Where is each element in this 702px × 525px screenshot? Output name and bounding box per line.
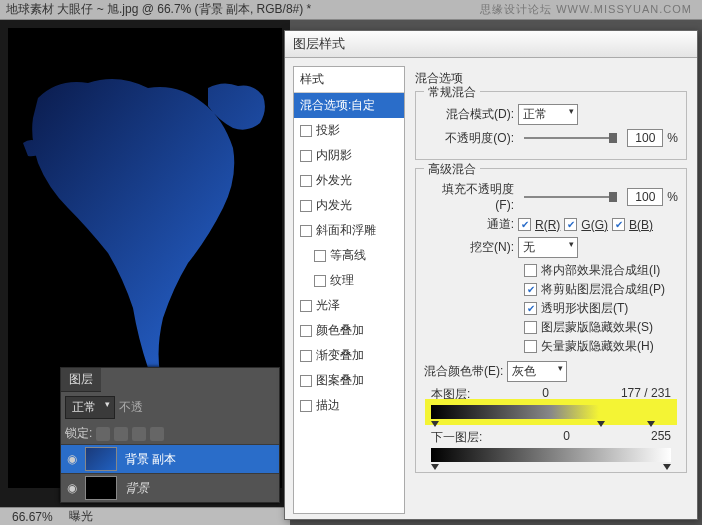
style-list-header: 样式 (294, 67, 404, 93)
style-item-label: 等高线 (330, 247, 366, 264)
this-layer-gradient[interactable] (431, 405, 671, 419)
style-item[interactable]: 等高线 (294, 243, 404, 268)
transparency-shapes-checkbox[interactable] (524, 302, 537, 315)
layer-thumbnail[interactable] (85, 447, 117, 471)
visibility-icon[interactable]: ◉ (63, 479, 81, 497)
fill-opacity-input[interactable]: 100 (627, 188, 663, 206)
zoom-level[interactable]: 66.67% (4, 510, 61, 524)
opacity-hint: 不透 (119, 399, 143, 416)
blendif-select[interactable]: 灰色 (507, 361, 567, 382)
layer-row[interactable]: ◉ 背景 (61, 473, 279, 502)
style-checkbox[interactable] (300, 125, 312, 137)
layers-panel: 图层 正常 不透 锁定: ◉ 背景 副本 ◉ 背景 (60, 367, 280, 503)
this-val-slash: / (644, 386, 647, 400)
layer-name-label[interactable]: 背景 (121, 480, 149, 497)
style-checkbox[interactable] (300, 350, 312, 362)
style-item[interactable]: 内阴影 (294, 143, 404, 168)
style-item[interactable]: 描边 (294, 393, 404, 418)
style-item-label: 光泽 (316, 297, 340, 314)
blend-clipped-checkbox[interactable] (524, 283, 537, 296)
channel-r-checkbox[interactable] (518, 218, 531, 231)
channel-b-label: B(B) (629, 218, 653, 232)
style-checkbox[interactable] (300, 175, 312, 187)
style-item-label: 颜色叠加 (316, 322, 364, 339)
watermark-text: 思缘设计论坛 WWW.MISSYUAN.COM (480, 2, 692, 17)
style-checkbox[interactable] (300, 150, 312, 162)
pct-label: % (667, 131, 678, 145)
style-item-label: 图案叠加 (316, 372, 364, 389)
opacity-input[interactable]: 100 (627, 129, 663, 147)
style-item-label: 投影 (316, 122, 340, 139)
style-item-label: 纹理 (330, 272, 354, 289)
channel-g-checkbox[interactable] (564, 218, 577, 231)
advanced-blend-fieldset: 高级混合 填充不透明度(F): 100 % 通道: R(R) G(G) B(B)… (415, 168, 687, 473)
style-checkbox[interactable] (314, 250, 326, 262)
opacity-label: 不透明度(O): (424, 130, 514, 147)
style-item[interactable]: 混合选项:自定 (294, 93, 404, 118)
exposure-label: 曝光 (61, 508, 101, 525)
style-item-label: 混合选项:自定 (300, 97, 375, 114)
style-item[interactable]: 投影 (294, 118, 404, 143)
transparency-shapes-label: 透明形状图层(T) (541, 300, 628, 317)
style-item[interactable]: 外发光 (294, 168, 404, 193)
blend-mode-select[interactable]: 正常 (518, 104, 578, 125)
style-checkbox[interactable] (300, 200, 312, 212)
lock-label: 锁定: (65, 425, 92, 442)
fill-opacity-slider[interactable] (524, 196, 617, 198)
pct-label: % (667, 190, 678, 204)
style-checkbox[interactable] (300, 300, 312, 312)
this-val-1: 177 (621, 386, 641, 400)
under-val-1: 255 (651, 429, 671, 446)
style-item[interactable]: 颜色叠加 (294, 318, 404, 343)
under-layer-label: 下一图层: (431, 429, 482, 446)
status-bar: 66.67% 曝光 (0, 507, 290, 525)
blend-interior-checkbox[interactable] (524, 264, 537, 277)
style-checkbox[interactable] (314, 275, 326, 287)
blend-interior-label: 将内部效果混合成组(I) (541, 262, 660, 279)
layer-name-label[interactable]: 背景 副本 (121, 451, 176, 468)
style-item[interactable]: 图案叠加 (294, 368, 404, 393)
style-checkbox[interactable] (300, 325, 312, 337)
fieldset-legend: 常规混合 (424, 84, 480, 101)
lock-position-icon[interactable] (132, 427, 146, 441)
layer-row[interactable]: ◉ 背景 副本 (61, 444, 279, 473)
dialog-title: 图层样式 (285, 31, 697, 58)
vector-mask-hides-label: 矢量蒙版隐藏效果(H) (541, 338, 654, 355)
channel-g-label: G(G) (581, 218, 608, 232)
general-blend-fieldset: 常规混合 混合模式(D): 正常 不透明度(O): 100 % (415, 91, 687, 160)
style-item[interactable]: 纹理 (294, 268, 404, 293)
style-checkbox[interactable] (300, 400, 312, 412)
style-item-label: 渐变叠加 (316, 347, 364, 364)
channel-b-checkbox[interactable] (612, 218, 625, 231)
knockout-select[interactable]: 无 (518, 237, 578, 258)
blend-mode-label: 混合模式(D): (424, 106, 514, 123)
layer-thumbnail[interactable] (85, 476, 117, 500)
lock-pixels-icon[interactable] (114, 427, 128, 441)
lock-transparency-icon[interactable] (96, 427, 110, 441)
layers-tab[interactable]: 图层 (61, 368, 101, 392)
document-title: 地球素材 大眼仔 ~ 旭.jpg @ 66.7% (背景 副本, RGB/8#)… (6, 1, 311, 18)
style-item[interactable]: 内发光 (294, 193, 404, 218)
blendif-label: 混合颜色带(E): (424, 363, 503, 380)
under-val-0: 0 (563, 429, 570, 446)
style-item-label: 内阴影 (316, 147, 352, 164)
blend-mode-dropdown[interactable]: 正常 (65, 396, 115, 419)
style-item[interactable]: 斜面和浮雕 (294, 218, 404, 243)
lock-row: 锁定: (61, 423, 279, 444)
underlying-gradient[interactable] (431, 448, 671, 462)
style-item[interactable]: 渐变叠加 (294, 343, 404, 368)
layer-mask-hides-label: 图层蒙版隐藏效果(S) (541, 319, 653, 336)
options-panel: 混合选项 常规混合 混合模式(D): 正常 不透明度(O): 100 % 高级混… (409, 58, 697, 522)
style-item[interactable]: 光泽 (294, 293, 404, 318)
opacity-slider[interactable] (524, 137, 617, 139)
layers-toolbar: 正常 不透 (61, 392, 279, 423)
vector-mask-hides-checkbox[interactable] (524, 340, 537, 353)
lock-all-icon[interactable] (150, 427, 164, 441)
style-checkbox[interactable] (300, 375, 312, 387)
visibility-icon[interactable]: ◉ (63, 450, 81, 468)
channel-label: 通道: (424, 216, 514, 233)
layer-mask-hides-checkbox[interactable] (524, 321, 537, 334)
fill-opacity-label: 填充不透明度(F): (424, 181, 514, 212)
knockout-label: 挖空(N): (424, 239, 514, 256)
style-checkbox[interactable] (300, 225, 312, 237)
